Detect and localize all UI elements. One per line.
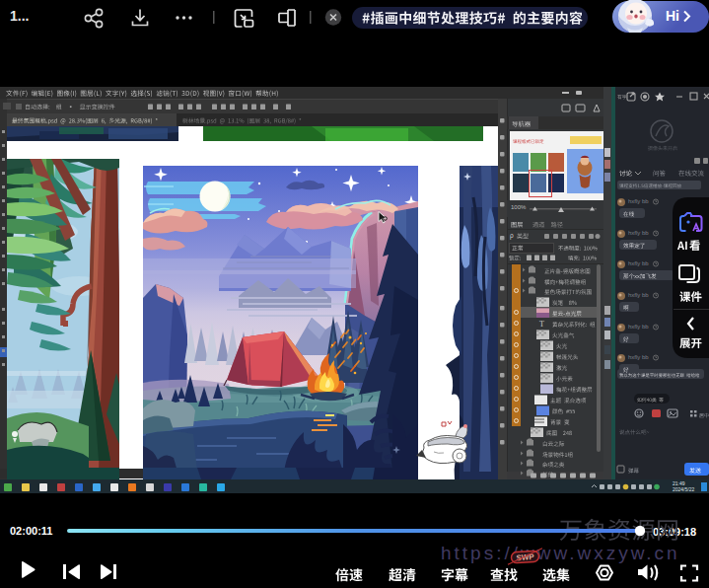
- svg-text:T: T: [539, 320, 544, 329]
- svg-text:SWP: SWP: [516, 552, 534, 562]
